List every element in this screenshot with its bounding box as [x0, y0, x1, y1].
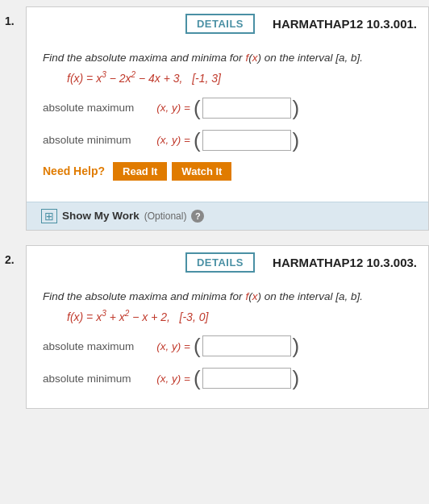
abs-max-input-2[interactable] — [202, 335, 291, 356]
math-formula-1: f(x) = x3 − 2x2 − 4x + 3, [-1, 3] — [67, 70, 412, 85]
xy-label-max-2: (x, y) = — [148, 340, 190, 352]
show-work-icon-1[interactable]: ⊞ — [41, 209, 57, 223]
xy-label-min-1: (x, y) = — [148, 134, 190, 146]
abs-max-label-2: absolute maximum — [43, 340, 148, 352]
read-it-button-1[interactable]: Read It — [113, 162, 167, 181]
paren-right-max-1: ) — [293, 98, 300, 119]
show-my-work-bar-1: ⊞ Show My Work (Optional) ? — [27, 202, 428, 230]
details-button-2[interactable]: DETAILS — [185, 252, 255, 273]
show-work-label-1: Show My Work — [62, 210, 140, 222]
details-button-1[interactable]: DETAILS — [185, 14, 255, 34]
paren-left-min-2: ( — [194, 368, 201, 389]
xy-label-max-1: (x, y) = — [148, 102, 190, 114]
abs-min-input-1[interactable] — [202, 130, 291, 151]
help-icon-1[interactable]: ? — [191, 210, 204, 223]
need-help-label-1: Need Help? — [43, 165, 105, 177]
paren-right-min-1: ) — [293, 130, 300, 151]
paren-left-max-2: ( — [194, 335, 201, 356]
show-work-optional-1: (Optional) — [144, 210, 187, 222]
problem-id-1: HARMATHAP12 10.3.001. — [273, 17, 417, 31]
math-formula-2: f(x) = x3 + x2 − x + 2, [-3, 0] — [67, 309, 412, 323]
paren-right-min-2: ) — [293, 368, 300, 389]
absolute-minimum-row-1: absolute minimum (x, y) = ( ) — [43, 130, 412, 151]
abs-min-label-2: absolute minimum — [43, 373, 148, 385]
paren-left-max-1: ( — [194, 98, 201, 119]
abs-max-input-1[interactable] — [202, 98, 291, 119]
xy-label-min-2: (x, y) = — [148, 373, 190, 385]
problem-description-1: Find the absolute maxima and minima for … — [43, 52, 412, 64]
absolute-minimum-row-2: absolute minimum (x, y) = ( ) — [43, 368, 412, 389]
problem-id-2: HARMATHAP12 10.3.003. — [273, 256, 417, 269]
absolute-maximum-row-1: absolute maximum (x, y) = ( ) — [43, 98, 412, 119]
absolute-maximum-row-2: absolute maximum (x, y) = ( ) — [43, 335, 412, 356]
watch-it-button-1[interactable]: Watch It — [172, 162, 231, 181]
need-help-row-1: Need Help? Read It Watch It — [43, 162, 412, 181]
paren-right-max-2: ) — [293, 335, 300, 356]
problem-number-2: 2. — [0, 245, 26, 266]
problem-number-1: 1. — [0, 6, 26, 27]
problem-description-2: Find the absolute maxima and minima for … — [43, 290, 412, 302]
abs-max-label-1: absolute maximum — [43, 102, 148, 114]
paren-left-min-1: ( — [194, 130, 201, 151]
abs-min-input-2[interactable] — [202, 368, 291, 389]
abs-min-label-1: absolute minimum — [43, 134, 148, 146]
